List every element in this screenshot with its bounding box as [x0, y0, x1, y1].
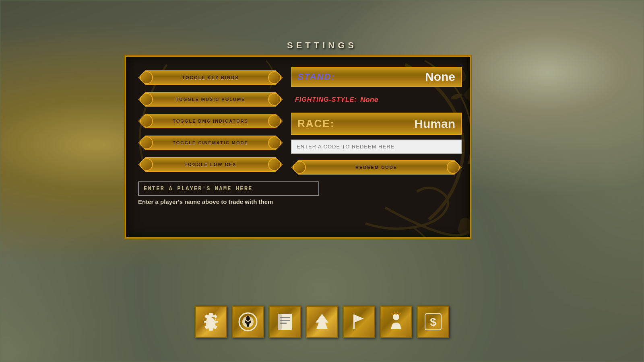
character-icon: [386, 311, 407, 332]
shop-icon: $: [423, 311, 444, 332]
right-column: STAND: None FIGHTING-STYLE: None RACE: H…: [287, 57, 470, 237]
stand-display: STAND: None: [291, 67, 462, 87]
fighting-style-display: FIGHTING-STYLE: None: [291, 92, 462, 108]
settings-icon-button[interactable]: [195, 306, 227, 338]
toggle-low-gfx-button[interactable]: TOGGLE LOW GFX: [138, 156, 283, 173]
svg-rect-5: [278, 314, 282, 330]
ability-icon: [237, 311, 258, 332]
svg-marker-9: [316, 314, 328, 329]
gear-icon: [200, 311, 221, 332]
race-display: RACE: Human: [291, 113, 462, 135]
fighting-style-label: FIGHTING-STYLE:: [295, 96, 357, 103]
scroll-icon: [275, 311, 295, 332]
player-name-area: Enter a player's name above to trade wit…: [138, 181, 279, 205]
toggle-cinematic-mode-button[interactable]: TOGGLE CINEMATIC MODE: [138, 134, 283, 152]
icon-bar: $: [195, 306, 449, 338]
toggle-key-binds-button[interactable]: TOGGLE KEY BINDS: [138, 69, 283, 86]
svg-text:$: $: [430, 316, 436, 328]
main-panel: TOGGLE KEY BINDS TOGGLE MUSIC VOLUME TOG…: [125, 56, 471, 239]
toggle-dmg-indicators-button[interactable]: TOGGLE DMG INDICATORS: [138, 112, 283, 130]
toggle-music-volume-button[interactable]: TOGGLE MUSIC VOLUME: [138, 90, 283, 108]
ability-icon-button[interactable]: [232, 306, 264, 338]
svg-rect-11: [353, 315, 355, 329]
flag-icon: [349, 311, 369, 332]
svg-rect-7: [280, 320, 290, 321]
flag-icon-button[interactable]: [343, 306, 375, 338]
redeem-code-button[interactable]: REDEEM CODE: [291, 158, 462, 176]
svg-marker-10: [354, 315, 364, 323]
trade-hint: Enter a player's name above to trade wit…: [138, 198, 279, 205]
left-column: TOGGLE KEY BINDS TOGGLE MUSIC VOLUME TOG…: [126, 57, 287, 237]
panel-content: TOGGLE KEY BINDS TOGGLE MUSIC VOLUME TOG…: [126, 57, 470, 237]
svg-rect-6: [280, 317, 290, 318]
tree-icon-button[interactable]: [306, 306, 338, 338]
redeem-code-input[interactable]: [291, 140, 462, 154]
race-label: RACE:: [297, 117, 334, 130]
settings-title: SETTINGS: [287, 40, 357, 51]
svg-rect-8: [280, 323, 287, 324]
character-icon-button[interactable]: [380, 306, 412, 338]
race-value: Human: [414, 117, 455, 131]
stand-value: None: [425, 70, 455, 84]
fighting-style-value: None: [360, 96, 378, 104]
tree-icon: [312, 311, 332, 332]
shop-icon-button[interactable]: $: [417, 306, 449, 338]
stand-label: STAND:: [297, 72, 335, 82]
scroll-icon-button[interactable]: [269, 306, 301, 338]
